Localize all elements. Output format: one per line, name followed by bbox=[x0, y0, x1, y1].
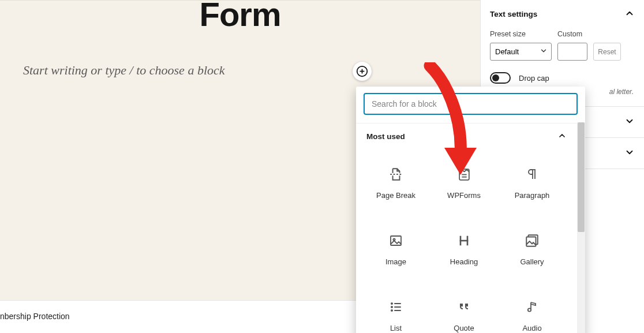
custom-size-input[interactable] bbox=[557, 43, 587, 61]
block-label: Quote bbox=[454, 324, 474, 332]
block-item-list[interactable]: List bbox=[362, 283, 430, 333]
block-label: Heading bbox=[450, 257, 478, 266]
document-section-label: nbership Protection bbox=[0, 312, 70, 321]
block-label: Page Break bbox=[376, 191, 415, 200]
preset-size-label: Preset size bbox=[490, 30, 552, 38]
quote-icon bbox=[456, 300, 471, 315]
gallery-icon bbox=[525, 233, 540, 248]
reset-button[interactable]: Reset bbox=[593, 43, 621, 61]
image-icon bbox=[388, 233, 403, 248]
block-label: Paragraph bbox=[515, 191, 550, 200]
block-label: List bbox=[390, 324, 402, 332]
block-item-wpforms[interactable]: WPForms bbox=[430, 150, 498, 216]
chevron-down-icon bbox=[624, 147, 635, 160]
panel-header-text-settings[interactable]: Text settings bbox=[481, 0, 644, 28]
scrollbar-track[interactable] bbox=[577, 122, 585, 333]
heading-icon bbox=[456, 233, 471, 248]
dropcap-label: Drop cap bbox=[519, 74, 549, 83]
plus-circle-icon bbox=[356, 65, 368, 77]
paragraph-icon bbox=[525, 167, 540, 182]
dropcap-toggle[interactable] bbox=[490, 72, 511, 84]
block-item-audio[interactable]: Audio bbox=[498, 283, 566, 333]
custom-size-label: Custom bbox=[557, 30, 587, 38]
preset-size-select[interactable]: Default bbox=[490, 43, 552, 61]
list-icon bbox=[388, 300, 403, 315]
block-item-heading[interactable]: Heading bbox=[430, 216, 498, 283]
blocks-grid: Page Break WPForms Paragraph Image bbox=[356, 147, 585, 333]
section-title: Most used bbox=[366, 132, 405, 141]
page-title[interactable]: Form bbox=[0, 0, 480, 33]
block-item-gallery[interactable]: Gallery bbox=[498, 216, 566, 283]
page-break-icon bbox=[388, 167, 403, 182]
panel-title: Text settings bbox=[490, 10, 537, 18]
block-item-paragraph[interactable]: Paragraph bbox=[498, 150, 566, 216]
svg-point-19 bbox=[391, 306, 392, 308]
svg-rect-11 bbox=[391, 236, 401, 245]
scrollbar-thumb[interactable] bbox=[578, 122, 585, 232]
svg-point-20 bbox=[391, 310, 392, 311]
block-label: Audio bbox=[522, 324, 541, 332]
wpforms-icon bbox=[456, 167, 471, 182]
block-inserter-popover: Most used Page Break WPForms bbox=[356, 87, 585, 333]
chevron-up-icon bbox=[557, 131, 567, 142]
preset-size-value: Default bbox=[495, 47, 519, 56]
svg-point-24 bbox=[528, 308, 531, 311]
svg-rect-17 bbox=[526, 237, 536, 246]
chevron-down-icon bbox=[624, 116, 635, 129]
chevron-up-icon bbox=[624, 8, 635, 20]
section-header-most-used[interactable]: Most used bbox=[356, 124, 585, 147]
block-label: Image bbox=[385, 257, 406, 266]
block-item-quote[interactable]: Quote bbox=[430, 283, 498, 333]
add-block-button[interactable] bbox=[353, 62, 372, 81]
svg-point-18 bbox=[391, 303, 392, 304]
block-item-image[interactable]: Image bbox=[362, 216, 430, 283]
block-label: Gallery bbox=[520, 257, 544, 266]
block-item-page-break[interactable]: Page Break bbox=[362, 150, 430, 216]
audio-icon bbox=[525, 300, 540, 315]
block-label: WPForms bbox=[447, 191, 481, 200]
block-placeholder[interactable]: Start writing or type / to choose a bloc… bbox=[23, 63, 225, 78]
search-input[interactable] bbox=[364, 93, 578, 115]
